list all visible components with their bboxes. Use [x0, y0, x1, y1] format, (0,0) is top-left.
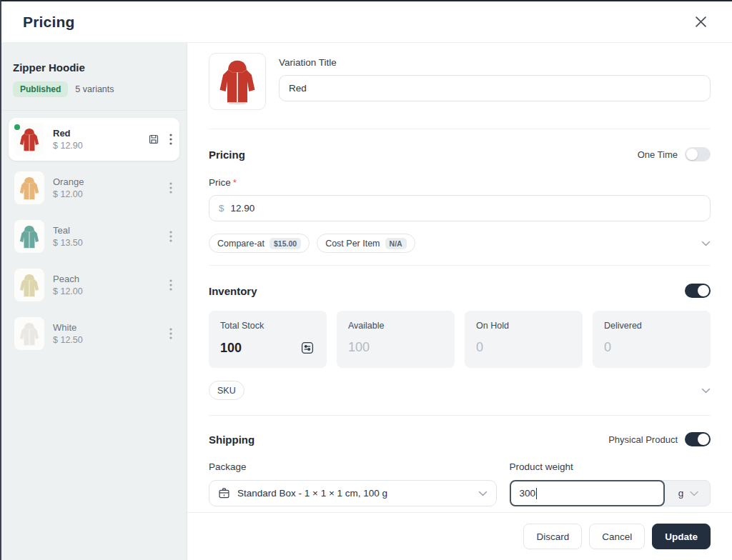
inventory-expand-button[interactable]	[701, 388, 711, 394]
variant-thumbnail	[14, 269, 44, 301]
compare-at-value: $15.00	[269, 238, 301, 249]
variant-info: Orange $ 12.00	[53, 176, 159, 199]
variant-menu-button[interactable]	[168, 229, 174, 244]
variant-thumbnail	[14, 317, 44, 350]
kebab-menu-icon	[169, 279, 172, 291]
sku-row: SKU	[209, 381, 711, 400]
section-divider	[209, 129, 711, 129]
variant-info: Teal $ 13.50	[53, 225, 159, 248]
compare-at-label: Compare-at	[217, 239, 264, 249]
modal-header: Pricing	[1, 1, 732, 43]
variant-row-red[interactable]: Red $ 12.90	[9, 118, 179, 161]
save-icon	[148, 134, 159, 145]
variant-row-white[interactable]: White $ 12.50	[9, 312, 179, 355]
variant-name: Orange	[53, 176, 159, 187]
compare-at-chip[interactable]: Compare-at $15.00	[209, 234, 310, 253]
inventory-toggle[interactable]	[685, 284, 711, 298]
shipping-fields: Package Standard Box - 1 × 1 × 1	[209, 461, 711, 506]
price-label: Price*	[209, 177, 711, 188]
cost-per-item-value: N/A	[385, 238, 407, 249]
variation-image	[209, 53, 266, 110]
chevron-down-icon	[701, 241, 711, 246]
weight-input[interactable]: 300	[510, 480, 665, 506]
stat-delivered: Delivered 0	[593, 311, 711, 368]
variant-row-orange[interactable]: Orange $ 12.00	[9, 166, 179, 209]
adjust-sliders-icon	[301, 341, 314, 354]
stat-value: 100	[220, 341, 242, 356]
close-button[interactable]	[691, 12, 711, 32]
kebab-menu-icon	[169, 182, 172, 194]
status-badge: Published	[13, 81, 68, 97]
inventory-heading: Inventory	[209, 285, 257, 297]
variant-price: $ 12.00	[53, 189, 159, 199]
variant-name: Peach	[53, 274, 159, 284]
inventory-section-header: Inventory	[209, 284, 711, 298]
update-button[interactable]: Update	[652, 524, 711, 549]
text-cursor	[536, 488, 537, 499]
variant-actions	[168, 181, 174, 195]
sku-chip[interactable]: SKU	[209, 381, 244, 400]
variant-actions	[147, 132, 174, 146]
package-value: Standard Box - 1 × 1 × 1 cm, 100 g	[237, 488, 387, 499]
variant-row-teal[interactable]: Teal $ 13.50	[9, 215, 179, 258]
shipping-section-header: Shipping Physical Product	[209, 432, 711, 446]
variant-menu-button[interactable]	[168, 181, 174, 195]
cancel-button[interactable]: Cancel	[589, 524, 645, 549]
stat-value: 100	[348, 340, 370, 355]
variant-menu-button[interactable]	[168, 326, 174, 341]
stat-label: Available	[348, 321, 443, 331]
variant-price: $ 13.50	[53, 238, 159, 248]
variant-price: $ 12.50	[53, 335, 159, 345]
modal-footer: Discard Cancel Update	[187, 512, 732, 560]
weight-input-group: 300 g	[510, 480, 711, 506]
package-label: Package	[209, 461, 497, 472]
chevron-down-icon	[478, 491, 488, 496]
product-meta: Published 5 variants	[13, 81, 175, 97]
page-title: Pricing	[23, 14, 75, 31]
stat-label: Total Stock	[220, 321, 315, 331]
variant-sidebar: Zipper Hoodie Published 5 variants	[1, 43, 187, 560]
price-input[interactable]: $ 12.90	[209, 195, 711, 221]
weight-field: Product weight 300 g	[510, 461, 711, 506]
variation-section: Variation Title Red	[209, 53, 711, 110]
save-variant-button[interactable]	[147, 132, 161, 146]
variant-thumbnail	[14, 171, 44, 204]
modal-body: Zipper Hoodie Published 5 variants	[1, 43, 732, 560]
package-field: Package Standard Box - 1 × 1 × 1	[209, 461, 497, 506]
variant-menu-button[interactable]	[168, 132, 174, 146]
package-select[interactable]: Standard Box - 1 × 1 × 1 cm, 100 g	[209, 480, 497, 506]
weight-unit-select[interactable]: g	[661, 480, 711, 506]
section-divider	[209, 265, 711, 266]
stat-label: On Hold	[476, 321, 571, 331]
variant-name: Red	[53, 128, 138, 139]
variation-title-field: Variation Title Red	[279, 53, 711, 110]
variant-name: Teal	[53, 225, 159, 236]
shipping-heading: Shipping	[209, 434, 254, 446]
variant-info: Peach $ 12.00	[53, 274, 159, 296]
pricing-expand-button[interactable]	[701, 241, 711, 246]
weight-unit-value: g	[678, 488, 684, 499]
variant-info: White $ 12.50	[53, 322, 159, 345]
variant-actions	[168, 326, 174, 341]
kebab-menu-icon	[169, 231, 172, 242]
stat-total-stock: Total Stock 100	[209, 311, 327, 368]
stat-label: Delivered	[604, 321, 699, 331]
variant-name: White	[53, 322, 159, 333]
inventory-stats: Total Stock 100	[209, 311, 711, 368]
one-time-toggle[interactable]	[685, 147, 711, 161]
currency-prefix: $	[219, 203, 224, 214]
pricing-options-row: Compare-at $15.00 Cost Per Item N/A	[209, 234, 711, 253]
pricing-modal: Pricing Zipper Hoodie Published 5 varian…	[0, 0, 732, 560]
variant-menu-button[interactable]	[168, 278, 174, 292]
adjust-stock-button[interactable]	[300, 340, 315, 356]
physical-product-toggle[interactable]	[685, 432, 711, 446]
variant-actions	[168, 229, 174, 244]
product-weight-label: Product weight	[510, 461, 711, 472]
variant-row-peach[interactable]: Peach $ 12.00	[9, 264, 179, 306]
main-panel: Variation Title Red Pricing One Time	[187, 43, 732, 560]
one-time-label: One Time	[638, 149, 678, 160]
sidebar-product-header: Zipper Hoodie Published 5 variants	[1, 43, 187, 111]
cost-per-item-chip[interactable]: Cost Per Item N/A	[317, 234, 415, 253]
discard-button[interactable]: Discard	[523, 524, 582, 549]
variation-title-input[interactable]: Red	[279, 75, 711, 101]
